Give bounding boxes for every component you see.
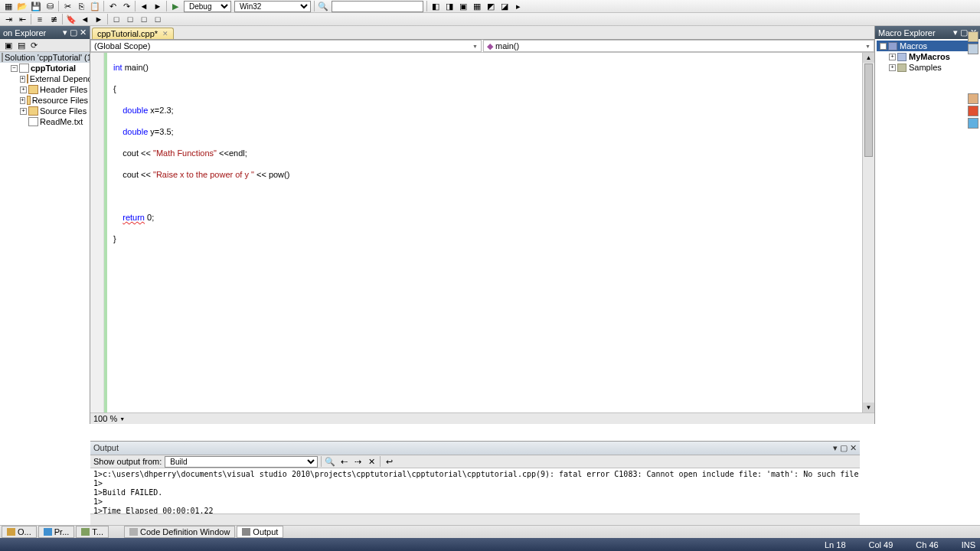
btab-cdw[interactable]: Code Definition Window [124,526,235,538]
redo-icon[interactable]: ↷ [120,1,132,12]
output-find-icon[interactable]: 🔍 [324,456,336,468]
tb-misc3-icon[interactable]: ▣ [457,1,469,12]
samples-label: Samples [909,63,942,72]
side-tab-4[interactable] [968,106,978,116]
outdent-icon[interactable]: ⇤ [16,14,28,25]
btab-pr[interactable]: Pr... [38,526,75,538]
expand-icon[interactable]: + [20,97,25,104]
show-all-icon[interactable]: ▤ [15,40,27,51]
mymacros-label: MyMacros [909,52,950,61]
zoom-level[interactable]: 100 % [93,414,117,423]
scope-left-label: (Global Scope) [94,41,150,51]
start-debug-icon[interactable]: ▶ [169,1,181,12]
folder-resource-files[interactable]: + Resource Files [0,95,90,106]
tab-close-icon[interactable]: ✕ [162,30,168,37]
show-output-label: Show output from: [93,457,162,466]
zoom-dropdown-icon[interactable]: ▼ [119,416,125,422]
samples-icon [897,64,906,72]
output-source-dropdown[interactable]: Build [165,456,318,468]
panel-close-icon[interactable]: ✕ [850,443,857,452]
output-panel: Output ▾ ▢ ✕ Show output from: Build 🔍 ⇠… [90,441,860,525]
tb-misc2-icon[interactable]: ◨ [443,1,456,12]
samples-node[interactable]: + Samples [877,62,978,73]
panel-dropdown-icon[interactable]: ▾ [63,28,67,37]
bookmark-prev-icon[interactable]: ◄ [79,14,91,25]
mymacros-node[interactable]: + MyMacros [877,51,978,62]
tb2-misc1-icon[interactable]: □ [110,14,122,25]
tb-misc5-icon[interactable]: ◩ [485,1,497,12]
solution-explorer-panel: on Explorer ▾ ▢ ✕ ▣ ▤ ⟳ Solution 'cppTut… [0,26,90,424]
tb-misc1-icon[interactable]: ◧ [430,1,442,12]
new-project-icon[interactable]: ▦ [2,1,15,12]
output-next-icon[interactable]: ⇢ [351,456,364,468]
project-node[interactable]: − cppTutorial [0,63,90,73]
find-input[interactable] [332,1,423,12]
config-dropdown[interactable]: Debug [184,1,231,12]
expand-icon[interactable]: − [11,65,18,72]
save-all-icon[interactable]: ⛁ [44,1,56,12]
btab-label: T... [92,527,103,536]
panel-dropdown-icon[interactable]: ▾ [833,443,838,452]
save-icon[interactable]: 💾 [30,1,42,12]
tb2-misc4-icon[interactable]: □ [152,14,164,25]
tb2-misc2-icon[interactable]: □ [124,14,136,25]
vertical-scrollbar[interactable]: ▲ ▼ [862,53,874,412]
expand-icon[interactable]: + [20,108,27,115]
uncomment-icon[interactable]: ≢ [47,14,60,25]
panel-pin-icon[interactable]: ▢ [70,28,77,37]
paste-icon[interactable]: 📋 [89,1,101,12]
platform-dropdown[interactable]: Win32 [234,1,311,12]
macros-root[interactable]: − Macros [877,41,978,51]
output-wrap-icon[interactable]: ↩ [383,456,395,468]
btab-output[interactable]: Output [237,526,283,538]
solution-node[interactable]: Solution 'cppTutorial' (1 project) [0,52,90,63]
open-icon[interactable]: 📂 [16,1,28,12]
scope-dropdown-right[interactable]: ◆main() ▼ [483,40,874,52]
comment-icon[interactable]: ≡ [34,14,46,25]
expand-icon[interactable]: + [20,76,25,83]
tb-misc4-icon[interactable]: ▦ [471,1,483,12]
folder-external-deps[interactable]: + External Dependencies [0,73,90,84]
panel-pin-icon[interactable]: ▢ [840,443,848,452]
macro-explorer-title: Macro Explorer [878,28,936,37]
copy-icon[interactable]: ⎘ [75,1,87,12]
undo-icon[interactable]: ↶ [106,1,119,12]
output-clear-icon[interactable]: ✕ [365,456,377,468]
side-tab-1[interactable] [968,31,978,42]
side-tab-2[interactable] [968,44,978,54]
tb-misc7-icon[interactable]: ▸ [512,1,524,12]
code-body[interactable]: int main() { double x=2.3; double y=3.5;… [107,53,862,412]
folder-source-files[interactable]: + Source Files [0,106,90,116]
panel-dropdown-icon[interactable]: ▾ [953,28,958,37]
indent-icon[interactable]: ⇥ [2,14,15,25]
find-in-files-icon[interactable]: 🔍 [317,1,329,12]
btab-t[interactable]: T... [76,526,109,538]
nav-back-icon[interactable]: ◄ [138,1,150,12]
tb2-misc3-icon[interactable]: □ [138,14,150,25]
cut-icon[interactable]: ✂ [61,1,74,12]
scroll-up-icon[interactable]: ▲ [863,53,874,63]
bookmark-next-icon[interactable]: ► [93,14,105,25]
side-tab-3[interactable] [968,93,978,104]
refresh-icon[interactable]: ⟳ [28,40,40,51]
scope-dropdown-left[interactable]: (Global Scope) ▼ [90,40,482,52]
output-prev-icon[interactable]: ⇠ [338,456,350,468]
panel-close-icon[interactable]: ✕ [80,28,87,37]
expand-icon[interactable]: + [889,54,896,60]
properties-icon[interactable]: ▣ [2,40,14,51]
folder-header-files[interactable]: + Header Files [0,84,90,95]
side-tab-5[interactable] [968,118,978,129]
tb-misc6-icon[interactable]: ◪ [498,1,511,12]
code-editor[interactable]: int main() { double x=2.3; double y=3.5;… [90,53,874,412]
tab-cpptutorial[interactable]: cppTutorial.cpp* ✕ [92,28,174,39]
expand-icon[interactable]: − [880,43,887,50]
expand-icon[interactable]: + [20,86,27,93]
expand-icon[interactable]: + [889,64,896,71]
nav-fwd-icon[interactable]: ► [152,1,164,12]
bookmark-icon[interactable]: 🔖 [65,14,77,25]
btab-o[interactable]: O... [2,526,37,538]
output-text[interactable]: 1>c:\users\dhperry\documents\visual stud… [90,468,860,514]
horizontal-scrollbar[interactable] [90,514,860,525]
file-readme[interactable]: ReadMe.txt [0,116,90,127]
scroll-down-icon[interactable]: ▼ [863,403,874,412]
